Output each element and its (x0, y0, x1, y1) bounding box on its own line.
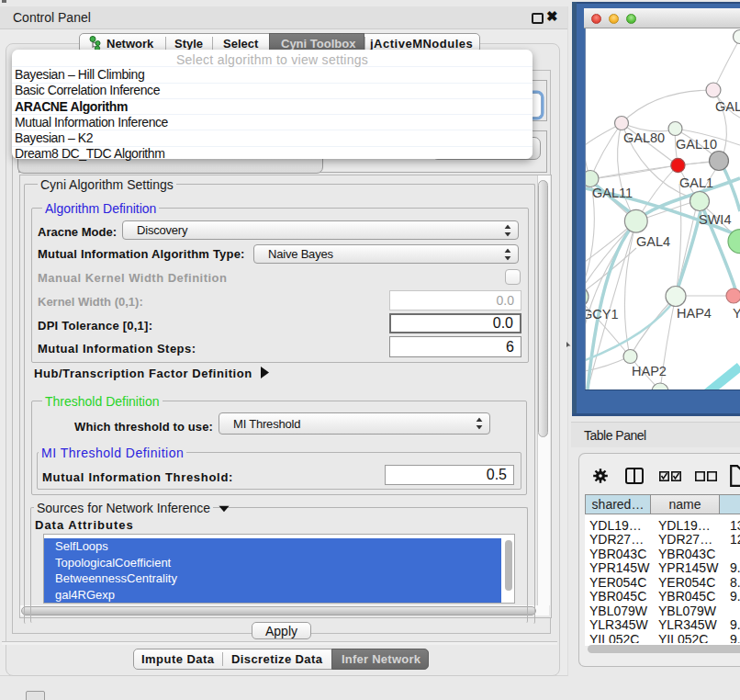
svg-text:Y: Y (733, 306, 740, 321)
svg-text:GAL11: GAL11 (592, 186, 633, 200)
svg-text:SWI4: SWI4 (699, 212, 731, 227)
svg-text:HAP2: HAP2 (632, 364, 667, 378)
svg-text:HAP4: HAP4 (677, 306, 712, 321)
svg-text:GAL10: GAL10 (676, 137, 717, 152)
svg-text:GAL1: GAL1 (679, 175, 713, 190)
svg-text:GAL7: GAL7 (715, 99, 740, 114)
svg-text:GAL4: GAL4 (636, 234, 670, 249)
svg-text:GAL80: GAL80 (623, 130, 665, 145)
svg-text:GCY1: GCY1 (585, 307, 619, 322)
